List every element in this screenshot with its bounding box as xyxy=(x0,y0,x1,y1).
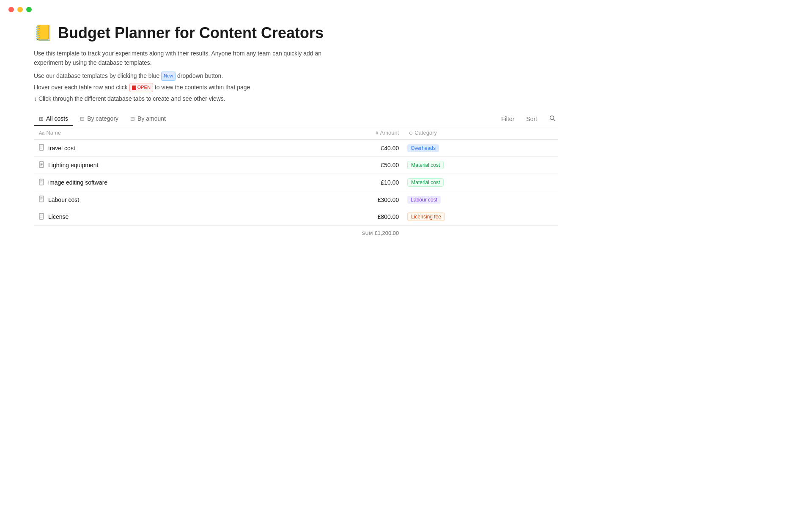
row-name: travel cost xyxy=(48,145,75,152)
tabs-container: ⊞ All costs ⊟ By category ⊟ By amount Fi… xyxy=(34,112,558,126)
table-row[interactable]: image editing software £10.00Material co… xyxy=(34,174,558,191)
table-icon: ⊞ xyxy=(39,116,44,122)
category-badge: Material cost xyxy=(407,178,444,187)
sum-value: SUM £1,200.00 xyxy=(311,226,404,241)
col-header-amount: #Amount xyxy=(311,126,404,140)
traffic-lights xyxy=(0,0,812,16)
doc-icon xyxy=(39,179,45,187)
row-name: Lighting equipment xyxy=(48,162,98,168)
sum-empty xyxy=(34,226,311,241)
page-emoji: 📒 xyxy=(34,24,53,42)
badge-open: OPEN xyxy=(129,83,153,92)
desc-line5: ↓ Click through the different database t… xyxy=(34,95,225,102)
category-badge: Licensing fee xyxy=(407,213,445,221)
table-row[interactable]: travel cost £40.00Overheads xyxy=(34,140,558,157)
category-cell: Material cost xyxy=(404,174,558,191)
category-cell: Labour cost xyxy=(404,191,558,208)
category-cell: Overheads xyxy=(404,140,558,157)
traffic-light-red[interactable] xyxy=(8,7,14,12)
toolbar-right: Filter Sort xyxy=(499,113,558,124)
open-icon xyxy=(132,86,136,90)
category-cell: Licensing fee xyxy=(404,208,558,226)
category-badge: Overheads xyxy=(407,144,439,152)
category-badge: Material cost xyxy=(407,161,444,169)
name-cell: Labour cost xyxy=(34,191,311,208)
amount-cell: £10.00 xyxy=(311,174,404,191)
row-name: image editing software xyxy=(48,179,107,186)
desc-line3b: dropdown button. xyxy=(177,72,223,79)
traffic-light-yellow[interactable] xyxy=(17,7,23,12)
amount-cell: £40.00 xyxy=(311,140,404,157)
desc-line1: Use this template to track your experime… xyxy=(34,50,321,57)
main-content: 📒 Budget Planner for Content Creators Us… xyxy=(0,16,592,257)
category-cell: Material cost xyxy=(404,157,558,174)
sum-row: SUM £1,200.00 xyxy=(34,226,558,241)
doc-icon xyxy=(39,144,45,152)
page-title: Budget Planner for Content Creators xyxy=(58,24,324,42)
amount-cell: £300.00 xyxy=(311,191,404,208)
amount-cell: £50.00 xyxy=(311,157,404,174)
desc-line2: experiment by using the database templat… xyxy=(34,59,152,66)
badge-new: New xyxy=(161,72,176,81)
tab-by-category[interactable]: ⊟ By category xyxy=(75,112,123,126)
tab-all-costs-label: All costs xyxy=(46,115,68,122)
doc-icon xyxy=(39,213,45,221)
data-table: AaName #Amount ⊙Category xyxy=(34,126,558,240)
name-cell: License xyxy=(34,208,311,226)
description: Use this template to track your experime… xyxy=(34,49,558,103)
name-cell: Lighting equipment xyxy=(34,157,311,174)
row-name: Labour cost xyxy=(48,196,79,203)
search-icon xyxy=(549,115,556,121)
traffic-light-green[interactable] xyxy=(26,7,32,12)
col-header-category: ⊙Category xyxy=(404,126,558,140)
table-row[interactable]: License £800.00Licensing fee xyxy=(34,208,558,226)
tab-by-amount-label: By amount xyxy=(137,115,166,122)
desc-line3a: Use our database templates by clicking t… xyxy=(34,72,161,79)
category-badge: Labour cost xyxy=(407,196,441,204)
table-row[interactable]: Labour cost £300.00Labour cost xyxy=(34,191,558,208)
table-header-row: AaName #Amount ⊙Category xyxy=(34,126,558,140)
name-cell: travel cost xyxy=(34,140,311,157)
tab-by-amount[interactable]: ⊟ By amount xyxy=(125,112,171,126)
gallery-icon: ⊟ xyxy=(80,116,85,122)
doc-icon xyxy=(39,196,45,204)
row-name: License xyxy=(48,213,69,220)
doc-icon xyxy=(39,161,45,169)
tab-by-category-label: By category xyxy=(87,115,118,122)
name-cell: image editing software xyxy=(34,174,311,191)
svg-line-1 xyxy=(554,119,555,121)
filter-button[interactable]: Filter xyxy=(499,114,517,124)
amount-cell: £800.00 xyxy=(311,208,404,226)
page-title-row: 📒 Budget Planner for Content Creators xyxy=(34,24,558,42)
search-button[interactable] xyxy=(546,113,558,124)
tab-all-costs[interactable]: ⊞ All costs xyxy=(34,112,73,126)
tabs: ⊞ All costs ⊟ By category ⊟ By amount xyxy=(34,112,171,126)
sum-empty-cat xyxy=(404,226,558,241)
desc-line4a: Hover over each table row and click xyxy=(34,84,129,91)
desc-line4b: to view the contents within that page. xyxy=(155,84,252,91)
col-header-name: AaName xyxy=(34,126,311,140)
board-icon: ⊟ xyxy=(130,116,135,122)
sort-button[interactable]: Sort xyxy=(524,114,540,124)
table-row[interactable]: Lighting equipment £50.00Material cost xyxy=(34,157,558,174)
